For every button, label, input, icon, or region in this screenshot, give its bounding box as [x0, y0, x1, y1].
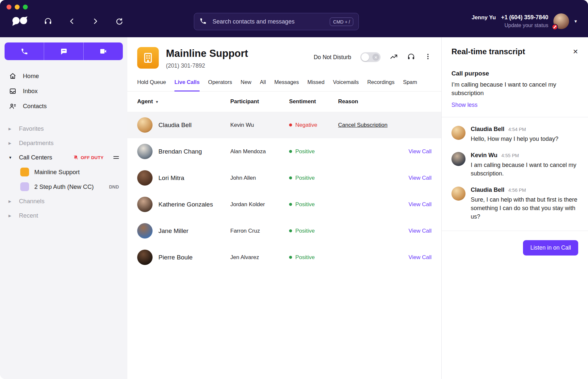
tab-all[interactable]: All [260, 79, 266, 91]
zoom-window-button[interactable] [23, 5, 28, 9]
sidebar-group-call-centers[interactable]: ▼ Call Centers OFF DUTY [5, 150, 123, 165]
transcript-title: Real-time transcript [451, 47, 525, 56]
sidebar-item-contacts[interactable]: Contacts [5, 99, 123, 114]
new-video-button[interactable] [83, 42, 123, 60]
tab-bar: Hold Queue Live Calls Operators New All … [127, 79, 441, 91]
sidebar-item-label: Home [23, 73, 39, 80]
refresh-icon[interactable] [115, 17, 123, 25]
table-header: Agent▾ Participant Sentiment Reason [127, 91, 441, 112]
close-window-button[interactable] [7, 5, 11, 9]
sentiment-dot [289, 256, 292, 259]
avatar [451, 152, 466, 166]
participant-name: Alan Mendoza [230, 148, 289, 155]
sentiment: Positive [289, 254, 338, 261]
avatar [137, 197, 153, 212]
dialpad-logo [11, 16, 28, 26]
avatar [137, 117, 153, 133]
tab-live-calls[interactable]: Live Calls [174, 79, 200, 91]
two-step-auth-icon [20, 182, 29, 191]
toggle-knob [361, 53, 369, 61]
table-row[interactable]: Katherine Gonzales Jordan Kolder Positiv… [127, 191, 441, 218]
search-shortcut-badge: CMD + / [330, 17, 353, 26]
user-status[interactable]: Update your status [472, 23, 548, 28]
message-time: 4:54 PM [508, 127, 526, 132]
tab-new[interactable]: New [240, 79, 251, 91]
sidebar-item-2-step-auth[interactable]: 2 Step Auth (New CC) DND [5, 179, 123, 194]
expanded-arrow-icon: ▼ [8, 156, 14, 159]
table-row[interactable]: Lori Mitra John Allen Positive View Call [127, 165, 441, 191]
tab-messages[interactable]: Messages [274, 79, 299, 91]
speaker-name: Kevin Wu [471, 152, 498, 159]
do-not-disturb-toggle[interactable]: ✕ [360, 52, 381, 62]
view-call-link[interactable]: View Call [392, 175, 432, 181]
avatar [137, 144, 153, 159]
reason-link[interactable]: Cancel Subscription [338, 122, 387, 128]
group-label: Departments [19, 140, 54, 147]
search-input[interactable] [212, 18, 325, 25]
analytics-icon[interactable] [390, 53, 398, 62]
speaker-name: Claudia Bell [471, 187, 504, 193]
do-not-disturb-label: Do Not Disturb [314, 54, 351, 61]
sidebar-group-favorites[interactable]: ▶ Favorites [5, 122, 123, 136]
sidebar-group-recent[interactable]: ▶ Recent [5, 208, 123, 223]
user-avatar[interactable] [553, 13, 569, 29]
reorder-handle-icon[interactable] [113, 156, 119, 159]
user-menu-chevron-icon[interactable]: ▾ [574, 18, 577, 24]
avatar [451, 187, 466, 201]
global-search[interactable]: CMD + / [194, 13, 359, 30]
group-label: Call Centers [19, 154, 52, 161]
sidebar-item-inbox[interactable]: Inbox [5, 84, 123, 99]
forward-icon[interactable] [91, 17, 99, 25]
sidebar-group-channels[interactable]: ▶ Channels [5, 194, 123, 208]
table-row[interactable]: Claudia Bell Kevin Wu Negative Cancel Su… [127, 112, 441, 138]
call-center-label: Mainline Support [34, 169, 80, 176]
tab-hold-queue[interactable]: Hold Queue [137, 79, 166, 91]
column-agent[interactable]: Agent▾ [137, 98, 230, 105]
collapsed-arrow-icon: ▶ [8, 127, 14, 131]
transcript-messages: Claudia Bell 4:54 PM Hello, How may I he… [442, 117, 588, 231]
column-sentiment: Sentiment [289, 98, 338, 105]
view-call-link[interactable]: View Call [392, 148, 432, 155]
column-participant: Participant [230, 98, 289, 105]
back-icon[interactable] [68, 17, 76, 25]
view-call-link[interactable]: View Call [392, 228, 432, 234]
tab-recordings[interactable]: Recordings [367, 79, 394, 91]
sidebar-group-departments[interactable]: ▶ Departments [5, 136, 123, 150]
sentiment-dot [289, 229, 292, 232]
agent-name: Lori Mitra [158, 174, 184, 182]
more-options-icon[interactable] [424, 53, 432, 61]
collapsed-arrow-icon: ▶ [8, 141, 14, 145]
sentiment-dot [289, 176, 292, 179]
close-icon[interactable]: ✕ [573, 48, 578, 56]
show-less-link[interactable]: Show less [451, 102, 578, 108]
user-info: Jenny Yu +1 (604) 359-7840 Update your s… [472, 14, 548, 28]
bell-off-icon [73, 155, 78, 160]
tab-spam[interactable]: Spam [403, 79, 417, 91]
tab-voicemails[interactable]: Voicemails [333, 79, 359, 91]
view-call-link[interactable]: View Call [392, 254, 432, 261]
table-row[interactable]: Pierre Boule Jen Alvarez Positive View C… [127, 244, 441, 271]
listen-in-on-call-button[interactable]: Listen in on Call [523, 240, 578, 255]
sentiment-dot [289, 203, 292, 206]
contacts-icon [8, 102, 17, 110]
participant-name: Jen Alvarez [230, 254, 289, 261]
table-row[interactable]: Jane Miller Farron Cruz Positive View Ca… [127, 218, 441, 244]
tab-missed[interactable]: Missed [307, 79, 324, 91]
minimize-window-button[interactable] [15, 5, 20, 9]
tab-operators[interactable]: Operators [208, 79, 232, 91]
sidebar-item-label: Contacts [23, 103, 47, 110]
column-reason: Reason [338, 98, 392, 105]
off-duty-badge[interactable]: OFF DUTY [73, 155, 104, 160]
table-row[interactable]: Brendan Chang Alan Mendoza Positive View… [127, 138, 441, 165]
new-message-button[interactable] [44, 42, 83, 60]
message-time: 4:56 PM [508, 188, 526, 193]
topbar: CMD + / Jenny Yu +1 (604) 359-7840 Updat… [0, 0, 588, 37]
sidebar-item-mainline-support[interactable]: Mainline Support [5, 165, 123, 179]
sidebar-item-home[interactable]: Home [5, 69, 123, 84]
transcript-message: Kevin Wu 4:55 PM I am calling because I … [451, 152, 578, 178]
headset-icon[interactable] [44, 17, 52, 25]
listen-headset-icon[interactable] [407, 53, 415, 62]
new-call-button[interactable] [5, 42, 44, 60]
participant-name: Kevin Wu [230, 122, 289, 128]
view-call-link[interactable]: View Call [392, 201, 432, 208]
